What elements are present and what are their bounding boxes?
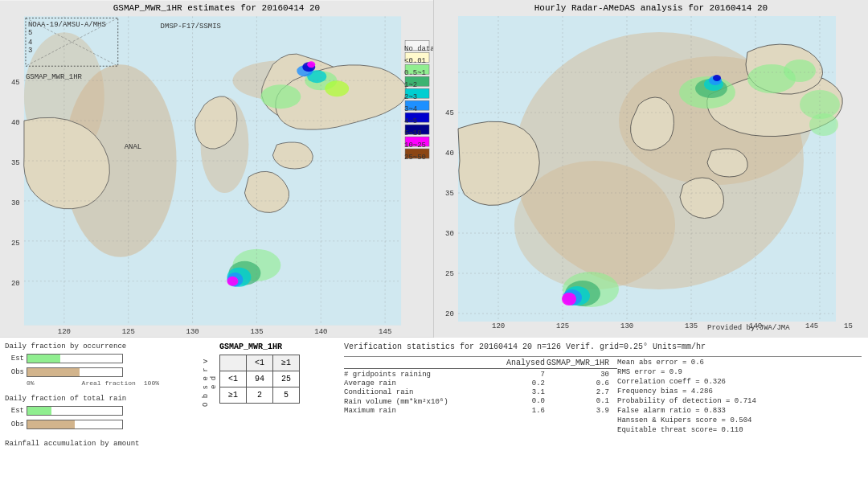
contingency-cell-2: 2: [246, 387, 272, 404]
svg-text:<0.01: <0.01: [404, 57, 426, 65]
svg-text:4~5: 4~5: [404, 117, 417, 125]
svg-text:ANAL: ANAL: [125, 143, 142, 151]
right-map-panel: Hourly Radar-AMeDAS analysis for 2016041…: [434, 0, 868, 338]
obs-amount-label: Obs: [5, 420, 24, 428]
stat-ets: Equitable threat score= 0.110: [617, 426, 862, 434]
est-amount-label: Est: [5, 407, 24, 415]
stats-col-gsmap: GSMAP_MWR_1HR: [545, 359, 609, 367]
svg-text:5: 5: [28, 29, 32, 37]
stats-col-analysed: Analysed: [489, 359, 545, 367]
svg-point-90: [809, 113, 838, 136]
stats-row-2: Conditional rain 3.1 2.7: [344, 388, 617, 396]
stats-col-empty: [344, 359, 489, 367]
svg-text:1~2: 1~2: [404, 81, 417, 89]
maps-row: GSMAP_MWR_1HR estimates for 20160414 20: [0, 0, 868, 338]
stats-row-2-val1: 3.1: [489, 388, 545, 396]
stats-row-0: # gridpoints raining 7 30: [344, 371, 617, 379]
svg-text:25: 25: [11, 240, 20, 248]
occurrence-axis: 0% Areal fraction 100%: [27, 379, 159, 387]
svg-text:2~3: 2~3: [404, 93, 417, 101]
svg-text:15: 15: [844, 322, 853, 330]
left-map-svg: NOAA-19/AMSU-A/MHS 5 4 3 DMSP-F17/SSMIS …: [0, 0, 433, 338]
contingency-inner: <1 ≥1 <1 94 25 ≥1 2 5: [219, 355, 300, 411]
charts-section: Daily fraction by occurrence Est Obs 0% …: [2, 341, 162, 489]
left-map-title: GSMAP_MWR_1HR estimates for 20160414 20: [0, 2, 433, 14]
obs-vertical-label: O b s e r v e d: [202, 355, 218, 411]
contingency-table-wrap: O b s e r v e d <1 ≥1 <1 94 25: [202, 355, 300, 411]
stats-row-3: Rain volume (mm*km²x10⁶) 0.0 0.1: [344, 397, 617, 406]
left-map-panel: GSMAP_MWR_1HR estimates for 20160414 20: [0, 0, 434, 338]
stat-rms: RMS error = 0.9: [617, 368, 862, 376]
svg-point-6: [260, 84, 301, 109]
stats-row-4-label: Maximum rain: [344, 407, 489, 415]
stats-row-1-val2: 0.6: [545, 379, 609, 387]
svg-text:GSMAP_MWR_1HR: GSMAP_MWR_1HR: [26, 73, 83, 81]
stats-title: Verification statistics for 20160414 20 …: [344, 342, 862, 351]
bottom-row: Daily fraction by occurrence Est Obs 0% …: [0, 338, 868, 492]
svg-text:NOAA-19/AMSU-A/MHS: NOAA-19/AMSU-A/MHS: [28, 21, 106, 29]
contingency-lt1-row: <1 94 25: [219, 371, 299, 387]
contingency-header-ge1: ≥1: [273, 355, 300, 371]
contingency-cell-5: 5: [273, 387, 300, 404]
est-amount-bar: [27, 406, 123, 416]
stats-row-0-val1: 7: [489, 371, 545, 379]
amount-chart-title: Daily fraction of total rain: [5, 395, 159, 403]
stats-section: Verification statistics for 20160414 20 …: [339, 341, 866, 489]
svg-text:3: 3: [28, 47, 32, 55]
stats-row-4-val1: 1.6: [489, 407, 545, 415]
contingency-table: <1 ≥1 <1 94 25 ≥1 2 5: [219, 355, 300, 404]
svg-text:130: 130: [186, 328, 199, 336]
contingency-title: GSMAP_MWR_1HR: [219, 342, 282, 351]
stats-row-0-val2: 30: [545, 371, 609, 379]
stats-row-3-val2: 0.1: [545, 397, 609, 406]
stat-corr: Correlation coeff = 0.326: [617, 378, 862, 386]
stats-row-4-val2: 3.9: [545, 407, 609, 415]
est-occurrence-fill-green: [27, 355, 60, 363]
svg-text:40: 40: [445, 150, 454, 158]
svg-text:Provided by:JWA/JMA: Provided by:JWA/JMA: [707, 324, 790, 332]
occurrence-chart-title: Daily fraction by occurrence: [5, 342, 159, 351]
svg-text:No data: No data: [404, 45, 433, 53]
stats-row-2-label: Conditional rain: [344, 388, 489, 396]
stats-row-0-label: # gridpoints raining: [344, 371, 489, 379]
obs-occurrence-fill-tan: [27, 368, 80, 376]
areal-label: Areal fraction: [82, 379, 136, 387]
contingency-cell-94: 94: [246, 371, 272, 387]
svg-text:45: 45: [11, 79, 20, 87]
right-map-svg: 20 25 30 35 40 45 120 125 130 135 140 14…: [434, 0, 868, 338]
est-occurrence-bar: [27, 354, 123, 363]
stats-row-1-label: Average rain: [344, 379, 489, 387]
accumulation-title: Rainfall accumulation by amount: [5, 440, 159, 448]
contingency-section: GSMAP_MWR_1HR O b s e r v e d <1 ≥1 <1 9…: [162, 341, 339, 489]
svg-text:10~25: 10~25: [404, 141, 426, 150]
svg-text:25: 25: [445, 270, 454, 278]
contingency-cell-25: 25: [273, 371, 300, 387]
stats-row-1: Average rain 0.2 0.6: [344, 379, 617, 387]
stats-row-3-val1: 0.0: [489, 397, 545, 406]
svg-text:135: 135: [685, 322, 698, 330]
svg-text:120: 120: [58, 328, 71, 336]
obs-occurrence-bar: [27, 367, 123, 377]
contingency-row-label-ge1: ≥1: [219, 387, 246, 404]
svg-text:3~4: 3~4: [404, 105, 417, 113]
svg-text:40: 40: [11, 119, 20, 127]
est-amount-fill-green: [27, 407, 51, 415]
obs-occurrence-row: Obs: [5, 366, 159, 379]
svg-text:DMSP-F17/SSMIS: DMSP-F17/SSMIS: [161, 23, 221, 31]
svg-text:30: 30: [445, 230, 454, 238]
est-amount-row: Est: [5, 404, 159, 417]
obs-amount-fill-tan: [27, 420, 75, 428]
svg-text:45: 45: [445, 109, 454, 117]
svg-point-8: [325, 80, 349, 96]
svg-text:25~50: 25~50: [404, 154, 426, 162]
svg-text:4: 4: [28, 39, 32, 47]
svg-text:0.5~1: 0.5~1: [404, 69, 426, 77]
stat-far: False alarm ratio = 0.833: [617, 407, 862, 415]
svg-text:145: 145: [805, 322, 818, 330]
stats-header-row: Analysed GSMAP_MWR_1HR: [344, 359, 617, 369]
est-occurrence-row: Est: [5, 352, 159, 365]
stats-row-3-label: Rain volume (mm*km²x10⁶): [344, 397, 489, 406]
svg-text:125: 125: [556, 322, 569, 330]
stats-divider: [344, 356, 862, 357]
svg-text:125: 125: [122, 328, 135, 336]
